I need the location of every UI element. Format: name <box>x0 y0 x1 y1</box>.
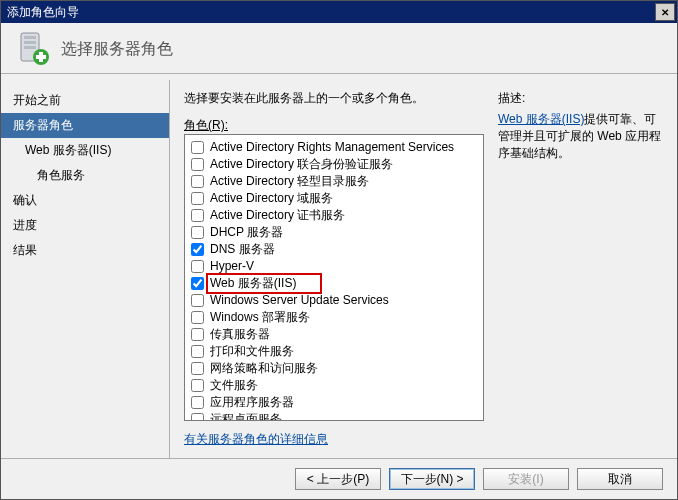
role-checkbox[interactable] <box>191 396 204 409</box>
role-label: Active Directory Rights Management Servi… <box>210 139 454 156</box>
svg-rect-2 <box>24 41 36 44</box>
role-row[interactable]: DHCP 服务器 <box>191 224 477 241</box>
role-row[interactable]: Web 服务器(IIS) <box>191 275 477 292</box>
wizard-footer: < 上一步(P) 下一步(N) > 安装(I) 取消 <box>1 458 677 499</box>
role-row[interactable]: Active Directory 域服务 <box>191 190 477 207</box>
role-label: DNS 服务器 <box>210 241 275 258</box>
nav-item[interactable]: 进度 <box>1 213 169 238</box>
install-button: 安装(I) <box>483 468 569 490</box>
roles-label: 角色(R): <box>184 117 484 134</box>
role-row[interactable]: 远程桌面服务 <box>191 411 477 421</box>
role-label: Windows Server Update Services <box>210 292 389 309</box>
description-column: 描述: Web 服务器(IIS)提供可靠、可管理并且可扩展的 Web 应用程序基… <box>498 90 663 448</box>
role-label: Active Directory 证书服务 <box>210 207 345 224</box>
role-checkbox[interactable] <box>191 209 204 222</box>
role-row[interactable]: Hyper-V <box>191 258 477 275</box>
back-button[interactable]: < 上一步(P) <box>295 468 381 490</box>
description-body: Web 服务器(IIS)提供可靠、可管理并且可扩展的 Web 应用程序基础结构。 <box>498 111 663 162</box>
instruction-text: 选择要安装在此服务器上的一个或多个角色。 <box>184 90 484 107</box>
role-checkbox[interactable] <box>191 260 204 273</box>
role-row[interactable]: 应用程序服务器 <box>191 394 477 411</box>
role-row[interactable]: 网络策略和访问服务 <box>191 360 477 377</box>
nav-item[interactable]: Web 服务器(IIS) <box>1 138 169 163</box>
role-checkbox[interactable] <box>191 413 204 421</box>
role-row[interactable]: 文件服务 <box>191 377 477 394</box>
next-button[interactable]: 下一步(N) > <box>389 468 475 490</box>
close-button[interactable]: ✕ <box>655 3 675 21</box>
role-label: 打印和文件服务 <box>210 343 294 360</box>
role-label: 应用程序服务器 <box>210 394 294 411</box>
nav-item[interactable]: 结果 <box>1 238 169 263</box>
role-checkbox[interactable] <box>191 243 204 256</box>
role-label: 网络策略和访问服务 <box>210 360 318 377</box>
role-checkbox[interactable] <box>191 345 204 358</box>
cancel-button[interactable]: 取消 <box>577 468 663 490</box>
role-label: Web 服务器(IIS) <box>210 275 296 292</box>
nav-item[interactable]: 角色服务 <box>1 163 169 188</box>
nav-sidebar: 开始之前服务器角色Web 服务器(IIS)角色服务确认进度结果 <box>1 80 169 458</box>
svg-rect-1 <box>24 36 36 39</box>
role-label: Hyper-V <box>210 258 254 275</box>
role-checkbox[interactable] <box>191 175 204 188</box>
wizard-header: 选择服务器角色 <box>1 23 677 73</box>
main-panel: 选择要安装在此服务器上的一个或多个角色。 角色(R): Active Direc… <box>169 80 677 458</box>
role-label: Active Directory 轻型目录服务 <box>210 173 369 190</box>
nav-item[interactable]: 确认 <box>1 188 169 213</box>
role-checkbox[interactable] <box>191 362 204 375</box>
role-label: 传真服务器 <box>210 326 270 343</box>
description-label: 描述: <box>498 90 663 107</box>
role-row[interactable]: DNS 服务器 <box>191 241 477 258</box>
role-label: Windows 部署服务 <box>210 309 310 326</box>
header-text: 选择服务器角色 <box>61 39 173 60</box>
role-checkbox[interactable] <box>191 328 204 341</box>
description-link[interactable]: Web 服务器(IIS) <box>498 112 584 126</box>
wizard-body: 开始之前服务器角色Web 服务器(IIS)角色服务确认进度结果 选择要安装在此服… <box>1 80 677 458</box>
role-row[interactable]: Windows 部署服务 <box>191 309 477 326</box>
role-checkbox[interactable] <box>191 226 204 239</box>
role-label: 文件服务 <box>210 377 258 394</box>
svg-rect-6 <box>36 55 46 59</box>
more-info-link[interactable]: 有关服务器角色的详细信息 <box>184 431 484 448</box>
nav-item[interactable]: 开始之前 <box>1 88 169 113</box>
role-row[interactable]: Windows Server Update Services <box>191 292 477 309</box>
role-row[interactable]: Active Directory 证书服务 <box>191 207 477 224</box>
nav-item[interactable]: 服务器角色 <box>1 113 169 138</box>
role-row[interactable]: 打印和文件服务 <box>191 343 477 360</box>
role-checkbox[interactable] <box>191 294 204 307</box>
role-row[interactable]: 传真服务器 <box>191 326 477 343</box>
role-row[interactable]: Active Directory 轻型目录服务 <box>191 173 477 190</box>
header-divider <box>1 73 677 74</box>
role-row[interactable]: Active Directory 联合身份验证服务 <box>191 156 477 173</box>
roles-column: 选择要安装在此服务器上的一个或多个角色。 角色(R): Active Direc… <box>184 90 484 448</box>
server-icon <box>15 31 51 67</box>
role-checkbox[interactable] <box>191 158 204 171</box>
svg-rect-3 <box>24 46 36 49</box>
role-checkbox[interactable] <box>191 379 204 392</box>
role-label: Active Directory 域服务 <box>210 190 333 207</box>
role-label: 远程桌面服务 <box>210 411 282 421</box>
role-label: Active Directory 联合身份验证服务 <box>210 156 393 173</box>
role-checkbox[interactable] <box>191 311 204 324</box>
wizard-window: 添加角色向导 ✕ 选择服务器角色 开始之前服务器角色Web 服务器(IIS)角色… <box>0 0 678 500</box>
role-checkbox[interactable] <box>191 192 204 205</box>
role-checkbox[interactable] <box>191 277 204 290</box>
role-label: DHCP 服务器 <box>210 224 283 241</box>
window-title: 添加角色向导 <box>7 4 79 21</box>
role-checkbox[interactable] <box>191 141 204 154</box>
role-row[interactable]: Active Directory Rights Management Servi… <box>191 139 477 156</box>
roles-listbox[interactable]: Active Directory Rights Management Servi… <box>184 134 484 421</box>
title-bar: 添加角色向导 ✕ <box>1 1 677 23</box>
